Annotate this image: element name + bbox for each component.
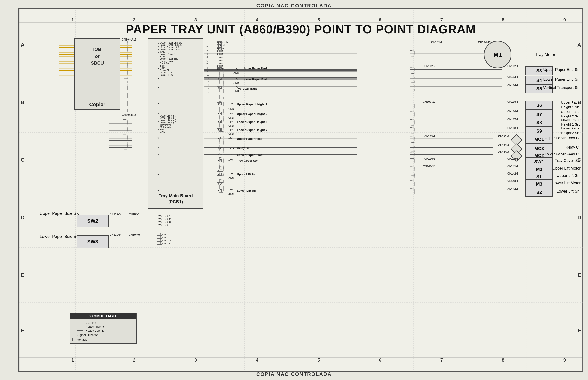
svg-rect-121 xyxy=(410,188,414,194)
cn115-1-label: CN115-1 xyxy=(507,100,518,103)
svg-rect-110 xyxy=(410,102,414,108)
cn123-2-label: CN123-2 xyxy=(498,151,509,154)
node-gnd2: GND xyxy=(217,53,223,56)
s9-label: S9 xyxy=(536,129,542,134)
cn141-1-label: CN141-1 xyxy=(507,165,518,168)
tri-indicator-12: ▼ xyxy=(157,137,159,139)
node-24v-3: +24V xyxy=(217,62,223,64)
sw3-size-3-4: Size 3-4 xyxy=(161,242,171,245)
cn110-2-label: CN110-2 xyxy=(424,157,435,160)
svg-rect-33 xyxy=(123,41,127,79)
m3-label: M3 xyxy=(536,181,542,187)
sig-lower-pf-cl: Lower P.F. Cl. xyxy=(160,74,174,76)
grid-col-2-top: 2 xyxy=(106,17,162,22)
svg-rect-107 xyxy=(410,68,414,74)
sym-ready-low-label: Ready Low ▲ xyxy=(85,329,104,332)
lph2-v5-box: ▼5 xyxy=(217,128,222,131)
sw2-v5-1: ▼5 xyxy=(157,214,162,217)
grid-col-6-top: 6 xyxy=(352,17,408,22)
sym-ready-low-line xyxy=(72,330,84,331)
svg-rect-118 xyxy=(410,167,414,176)
sym-row-1: DC Line xyxy=(72,321,134,324)
sym-signal-dir-line: → xyxy=(72,333,76,337)
row-label-d-right: D xyxy=(577,215,581,221)
m1-desc: Tray Motor xyxy=(535,52,555,57)
node-lower-paper-height-1: Lower Paper Height 1 xyxy=(237,120,268,124)
tri-indicator-6: ▼ xyxy=(157,77,159,80)
tri-indicator-7: ▼ xyxy=(157,86,159,89)
cn112-1-label: CN112-1 xyxy=(507,64,518,68)
upper-end-v5-box: ▼5 xyxy=(217,67,222,71)
grid-col-8-top: 8 xyxy=(475,17,531,22)
svg-rect-101 xyxy=(219,68,223,99)
symbol-table: SYMBOL TABLE DC Line Ready High ▼ Ready … xyxy=(70,313,137,344)
row-label-e-left: E xyxy=(21,272,24,278)
m2-desc: Upper Lift Motor xyxy=(552,166,581,171)
node-24v-2: +24V xyxy=(217,59,223,61)
node-5v-lph1: +5V xyxy=(228,120,233,123)
grid-col-7-top: 7 xyxy=(413,17,470,22)
tri-indicator-9: ▼ xyxy=(157,112,159,114)
sw3-v5-4: ▼5 xyxy=(157,242,162,245)
mc1-label: MC1 xyxy=(534,137,544,142)
sym-voltage-bracket: [ ] xyxy=(72,337,75,342)
sw2-box: SW2 xyxy=(77,215,109,227)
row-label-f-right: F xyxy=(578,327,581,333)
vert-trans-v5-box: ▼5 xyxy=(217,86,222,89)
m3-desc: Lower Lift Motor xyxy=(552,181,581,185)
node-tray-cover-sw: Tray Cover Sw xyxy=(237,159,258,162)
node-5v-uls: +5V xyxy=(228,173,233,175)
sw2-v5-2: ▼5 xyxy=(157,217,162,220)
node-lower-lift-sn: Lower Lift Sn. xyxy=(237,189,257,192)
tri-indicator-3: ▲ xyxy=(157,48,159,50)
s1-desc: Upper Lift Sn. xyxy=(557,173,581,178)
sw2-size-2-3: Size 2-3 xyxy=(161,221,171,223)
s7-label: S7 xyxy=(536,112,542,117)
s8-label: S8 xyxy=(536,120,542,125)
svg-rect-122 xyxy=(410,51,414,57)
sw2-size-2-2: Size 2-2 xyxy=(161,218,171,220)
grid-col-1-bot: 1 xyxy=(44,358,101,363)
sw3-v5-2: ▼5 xyxy=(157,236,162,239)
lph1-v5-box: ▼5 xyxy=(217,120,222,123)
cn102-9-label: CN102-9 xyxy=(424,64,435,68)
cn119-5-label: CN119-5 xyxy=(109,213,121,216)
s3-desc: Upper Paper End Sn. xyxy=(543,67,581,72)
s9-desc: Lower PaperHeight 2 Sn. xyxy=(561,126,581,135)
sw3-desc-label: Lower Paper Size Sw xyxy=(40,234,79,239)
s1-label: S1 xyxy=(536,174,542,179)
node-upper-paper-height-2: Upper Paper Height 2 xyxy=(237,112,267,116)
s6-box: S6 xyxy=(525,101,553,110)
node-gnd-lower-end: GND xyxy=(233,82,239,85)
node-gnd-lph2: GND xyxy=(228,133,234,135)
svg-rect-123 xyxy=(355,41,359,68)
tri-indicator-4: ▲ xyxy=(157,51,159,54)
tri-indicator-1: ▼ xyxy=(157,42,159,44)
node-5v-lph2: +5V xyxy=(228,128,233,131)
row-label-a-right: A xyxy=(577,42,581,48)
node-gnd-upper-end: GND xyxy=(233,72,239,75)
uph1-v5-box: ▼5 xyxy=(217,102,222,105)
speed-v5-box: ▼5 xyxy=(217,44,222,47)
node-upper-paper-height-1: Upper Paper Height 1 xyxy=(237,102,267,106)
mc1-desc: Upper Paper Feed Cl. xyxy=(545,136,581,140)
s5-desc: Vertical Transport Sn. xyxy=(543,85,581,90)
pcb-box: Tray Main Board(PCB1) xyxy=(148,38,203,209)
svg-rect-108 xyxy=(410,77,414,83)
grid-col-5-bot: 5 xyxy=(290,358,347,363)
rc-v24-box: ▼24 xyxy=(217,146,223,149)
svg-rect-109 xyxy=(410,85,414,91)
node-5v-uph2: +5V xyxy=(228,112,233,115)
node-vertical-trans: Vertical Trans. xyxy=(238,87,258,90)
sw3-v5-3: ▼5 xyxy=(157,239,162,242)
svg-rect-102 xyxy=(219,102,223,132)
row-label-e-right: E xyxy=(578,272,581,278)
cn-numbers-a: -1-2-3-4-5-6-7-8-9-10-11-12-13-14-15 xyxy=(206,42,209,94)
mc3-desc: Relay Cl. xyxy=(566,145,581,150)
svg-rect-114 xyxy=(410,137,414,143)
page-container: CÓPIA NÃO CONTROLADA CÓPIA NÃO CONTROLAD… xyxy=(0,0,588,380)
grid-col-6-bot: 6 xyxy=(352,358,408,363)
pcb-label: Tray Main Board(PCB1) xyxy=(148,193,203,205)
node-lower-paper-feed: Lower Paper Feed xyxy=(237,153,263,157)
motor-on-v5-box: ▼5 xyxy=(217,41,222,44)
